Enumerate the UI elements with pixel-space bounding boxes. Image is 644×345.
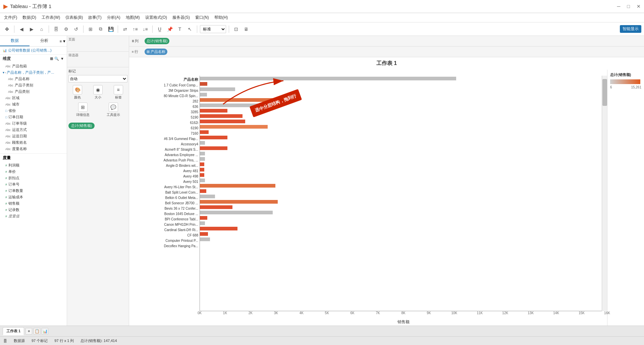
toolbar-sep7: [229, 25, 229, 33]
smart-display-button[interactable]: 智能显示: [620, 25, 641, 33]
field-order-grade[interactable]: Abc订单等级: [0, 120, 67, 127]
scrollbar[interactable]: [602, 76, 607, 311]
menu-story[interactable]: 故事(T): [86, 14, 103, 21]
toolbar-refresh[interactable]: ↺: [72, 25, 80, 33]
toolbar-swap[interactable]: ⇄: [121, 25, 129, 33]
table-row: [200, 124, 602, 129]
data-source-item[interactable]: 📊 公司销售数据 (公司销售...): [0, 47, 67, 54]
menu-format[interactable]: 设置格式(O): [143, 14, 169, 21]
toolbar-sort-asc[interactable]: ↑≡: [131, 25, 140, 33]
table-row: [200, 236, 602, 242]
mark-type-select[interactable]: 自动 条形图 线形图: [68, 75, 127, 82]
mark-color[interactable]: 🎨 颜色: [68, 85, 87, 100]
x-tick-14: 14K: [553, 311, 559, 315]
menu-server[interactable]: 服务器(S): [170, 14, 192, 21]
field-product-box[interactable]: Abc产品包箱: [0, 63, 67, 69]
mark-label[interactable]: ≡ 标签: [109, 85, 127, 100]
add-sheet-button[interactable]: +: [25, 328, 32, 335]
tab-data[interactable]: 数据: [0, 36, 30, 46]
panel-config-icon[interactable]: ≡: [60, 39, 62, 43]
toolbar-duplicate[interactable]: ⧉: [96, 25, 105, 33]
table-row: [200, 178, 602, 183]
field-region[interactable]: Abc区域: [0, 95, 67, 101]
field-group-product[interactable]: ▾▪产品名称，产品子类别，产...: [0, 69, 67, 76]
field-shipping[interactable]: Abc运送方式: [0, 127, 67, 133]
color-icon: 🎨: [73, 85, 82, 94]
scroll-thumb[interactable]: [602, 79, 607, 106]
toolbar-save[interactable]: 💾: [106, 25, 115, 33]
bar-24: [200, 205, 232, 209]
field-order-qty[interactable]: #订单数量: [0, 188, 67, 194]
table-row: [200, 167, 602, 172]
toolbar-underline[interactable]: U̲: [155, 25, 164, 33]
mark-size[interactable]: ◉ 大小: [89, 85, 107, 100]
menu-map[interactable]: 地图(M): [124, 14, 142, 21]
field-order-no[interactable]: #订单号: [0, 181, 67, 188]
toolbar-add-data[interactable]: 🗄: [52, 25, 60, 33]
toolbar-present[interactable]: 🖥: [242, 25, 251, 33]
dim-search-icon[interactable]: 🔍: [54, 57, 59, 61]
y-label-11: Accessory4: [129, 141, 200, 147]
columns-pill[interactable]: 总计(销售额): [145, 38, 169, 44]
toolbar-sort-desc[interactable]: ↓≡: [141, 25, 150, 33]
toolbar-home[interactable]: ⌂: [37, 25, 46, 33]
field-customer[interactable]: Abc顾客姓名: [0, 139, 67, 146]
x-tick-9: 9K: [427, 311, 431, 315]
field-price[interactable]: #单价: [0, 168, 67, 175]
pages-section: 页面: [67, 36, 129, 52]
toolbar-pin[interactable]: 📌: [165, 25, 174, 33]
field-measure-name[interactable]: Abc度量名称: [0, 146, 67, 152]
toolbar-connection[interactable]: ⚙: [62, 25, 70, 33]
field-records[interactable]: #记录数: [0, 207, 67, 213]
bar-29: [200, 232, 208, 236]
bottom-tab-1[interactable]: 工作表 1: [3, 327, 24, 335]
field-measure-value[interactable]: #度量值: [0, 213, 67, 219]
field-product-name[interactable]: Abc产品名称: [0, 76, 67, 82]
close-button[interactable]: ✕: [637, 4, 641, 9]
menu-analysis[interactable]: 分析(A): [105, 14, 122, 21]
menu-data[interactable]: 数据(D): [20, 14, 38, 21]
field-discount[interactable]: #折扣点: [0, 175, 67, 181]
filter-content: [68, 58, 127, 66]
field-ship-cost[interactable]: #运输成本: [0, 194, 67, 200]
menu-dashboard[interactable]: 仪表板(B): [63, 14, 85, 21]
add-story-button[interactable]: 📊: [42, 328, 48, 335]
y-label-1: 3M Organizer Strips: [129, 88, 200, 93]
status-total: 总计(销售额): 147,414: [80, 338, 117, 343]
field-order-date[interactable]: □订单日期: [0, 114, 67, 120]
panel-search-icon[interactable]: ▼: [62, 39, 66, 43]
toolbar-pointer[interactable]: ↖: [185, 25, 194, 33]
menu-window[interactable]: 窗口(N): [193, 14, 211, 21]
menu-worksheet[interactable]: 工作表(W): [40, 14, 62, 21]
toolbar-new-sheet[interactable]: ⊞: [86, 25, 95, 33]
y-label-2: 80 Minute CD-R Spin...: [129, 93, 200, 98]
toolbar-fit-select[interactable]: 标准 整个视图 适合宽度 适合高度: [200, 25, 226, 33]
dim-grid-icon[interactable]: ⊞: [50, 57, 53, 61]
pages-content: [68, 43, 127, 50]
menu-file[interactable]: 文件(F): [2, 14, 19, 21]
field-product-cat[interactable]: Abc产品类别: [0, 88, 67, 95]
add-dashboard-button[interactable]: 📋: [34, 328, 40, 335]
field-city[interactable]: Abc城市: [0, 101, 67, 108]
minimize-button[interactable]: ─: [617, 4, 621, 9]
field-sales[interactable]: #销售额: [0, 200, 67, 207]
dim-sort-icon[interactable]: ▼: [60, 57, 64, 61]
toolbar-fix[interactable]: ⊡: [232, 25, 240, 33]
toolbar-label[interactable]: T: [175, 25, 184, 33]
rows-pill[interactable]: ⊞ 产品名称: [145, 49, 167, 55]
toolbar-forward[interactable]: ▶: [27, 25, 36, 33]
toolbar-back[interactable]: ◀: [17, 25, 26, 33]
field-province[interactable]: □省份: [0, 108, 67, 114]
total-pill[interactable]: 总计(销售额): [68, 123, 95, 129]
mark-detail[interactable]: ⊞ 详细信息: [68, 102, 97, 117]
tab-analysis[interactable]: 分析: [30, 36, 59, 46]
maximize-button[interactable]: □: [627, 4, 630, 9]
field-ship-date[interactable]: Abc运送日期: [0, 133, 67, 139]
menu-help[interactable]: 帮助(H): [212, 14, 230, 21]
y-label-21: Belkin 6 Outlet Meta...: [129, 195, 200, 200]
field-profit[interactable]: #利润额: [0, 162, 67, 168]
field-product-sub[interactable]: Abc产品子类别: [0, 82, 67, 88]
y-label-3: 282: [129, 98, 200, 104]
y-label-14: Advantus Push Pins, ...: [129, 157, 200, 163]
mark-tooltip[interactable]: 💬 工具提示: [99, 102, 127, 117]
